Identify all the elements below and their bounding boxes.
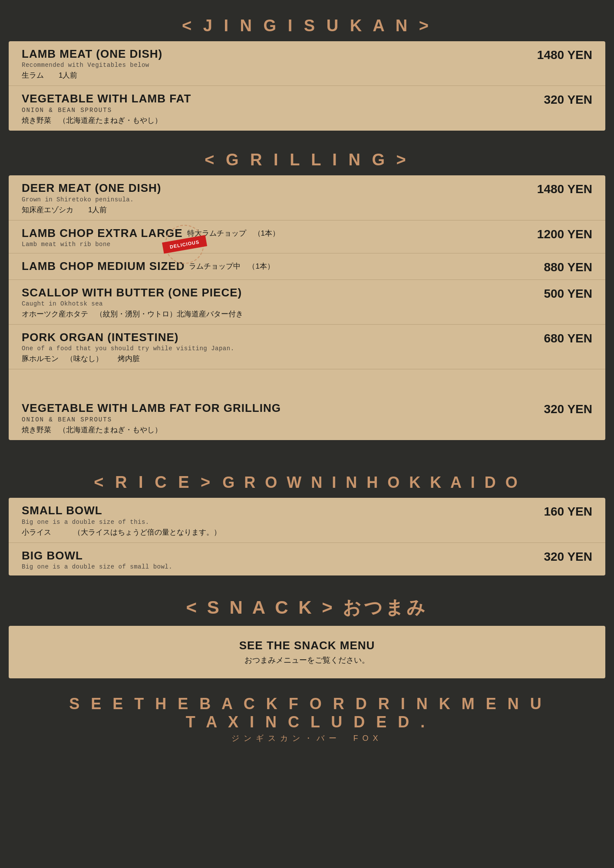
badge-label: DELICIOUS xyxy=(162,235,207,253)
item-price: 320 YEN xyxy=(535,549,592,564)
item-content: VEGETABLE WITH LAMB FAT FOR GRILLING ONI… xyxy=(22,401,535,435)
rice-card: SMALL BOWL Big one is a double size of t… xyxy=(9,498,605,575)
footer: S E E T H E B A C K F O R D R I N K M E … xyxy=(9,690,605,746)
item-subtitle: ONION & BEAN SPROUTS xyxy=(22,107,535,114)
item-name: PORK ORGAN (INTESTINE) xyxy=(22,331,535,344)
section-header-jingisukan: < J I N G I S U K A N > xyxy=(9,9,605,41)
item-content: SCALLOP WITH BUTTER (ONE PIECE) Caught i… xyxy=(22,286,535,319)
item-desc: Caught in Okhotsk sea xyxy=(22,300,535,307)
item-japanese: オホーツク産ホタテ （紋別・湧別・ウトロ）北海道産バター付き xyxy=(22,309,535,319)
item-desc: Big one is a double size of this. xyxy=(22,519,535,526)
rice-section-header: < R I C E > G R O W N I N H O K K A I D … xyxy=(9,465,605,498)
badge-circle: DELICIOUS xyxy=(165,225,204,264)
page-wrapper: < J I N G I S U K A N > LAMB MEAT (ONE D… xyxy=(9,9,605,746)
rice-header-left: < R I C E > xyxy=(94,473,214,492)
section-header-snack: < S N A C K > おつまみ xyxy=(9,588,605,626)
footer-line1: S E E T H E B A C K F O R D R I N K M E … xyxy=(9,695,605,713)
item-content: BIG BOWL Big one is a double size of sma… xyxy=(22,549,535,570)
item-content: LAMB CHOP MEDIUM SIZED ラムチョップ中 （1本） xyxy=(22,260,535,273)
item-price: 880 YEN xyxy=(535,260,592,274)
list-item: LAMB MEAT (ONE DISH) Recommended with Ve… xyxy=(9,41,605,86)
item-name: SMALL BOWL xyxy=(22,504,535,517)
item-japanese: 生ラム 1人前 xyxy=(22,70,528,80)
item-name: BIG BOWL xyxy=(22,549,535,562)
item-name: DEER MEAT (ONE DISH) xyxy=(22,181,528,195)
rice-header-right: G R O W N I N H O K K A I D O xyxy=(222,473,520,492)
list-item: DEER MEAT (ONE DISH) Grown in Shiretoko … xyxy=(9,175,605,220)
item-content: PORK ORGAN (INTESTINE) One of a food tha… xyxy=(22,331,535,364)
list-item: LAMB CHOP MEDIUM SIZED ラムチョップ中 （1本） 880 … xyxy=(9,253,605,280)
item-japanese: 知床産エゾシカ 1人前 xyxy=(22,205,528,215)
item-name: LAMB CHOP EXTRA LARGE xyxy=(22,227,183,240)
item-price: 500 YEN xyxy=(535,286,592,301)
item-name: LAMB MEAT (ONE DISH) xyxy=(22,47,528,61)
item-desc: Grown in Shiretoko peninsula. xyxy=(22,196,528,203)
item-japanese: 焼き野菜 （北海道産たまねぎ・もやし） xyxy=(22,115,535,125)
spacer xyxy=(9,369,605,395)
item-content: VEGETABLE WITH LAMB FAT ONION & BEAN SPR… xyxy=(22,92,535,125)
jingisukan-card: LAMB MEAT (ONE DISH) Recommended with Ve… xyxy=(9,41,605,131)
item-price: 160 YEN xyxy=(535,504,592,519)
grilling-card: DEER MEAT (ONE DISH) Grown in Shiretoko … xyxy=(9,175,605,440)
list-item: BIG BOWL Big one is a double size of sma… xyxy=(9,543,605,575)
item-price: 1480 YEN xyxy=(528,181,592,196)
list-item: DELICIOUS LAMB CHOP EXTRA LARGE 特大ラムチョップ… xyxy=(9,220,605,253)
list-item: VEGETABLE WITH LAMB FAT ONION & BEAN SPR… xyxy=(9,86,605,131)
item-content: LAMB CHOP EXTRA LARGE 特大ラムチョップ （1本） Lamb… xyxy=(22,227,528,248)
delicious-badge: DELICIOUS xyxy=(165,225,208,268)
item-desc: Recommended with Vegitables below xyxy=(22,62,528,69)
item-name: SCALLOP WITH BUTTER (ONE PIECE) xyxy=(22,286,535,299)
footer-line2: T A X I N C L U D E D . xyxy=(9,713,605,731)
footer-line3: ジンギスカン・バー FOX xyxy=(9,733,605,743)
item-subtitle: ONION & BEAN SPROUTS xyxy=(22,416,535,423)
item-name: LAMB CHOP MEDIUM SIZED xyxy=(22,260,185,273)
list-item: PORK ORGAN (INTESTINE) One of a food tha… xyxy=(9,325,605,369)
item-name: VEGETABLE WITH LAMB FAT xyxy=(22,92,535,105)
item-japanese: 焼き野菜 （北海道産たまねぎ・もやし） xyxy=(22,425,535,435)
item-content: LAMB MEAT (ONE DISH) Recommended with Ve… xyxy=(22,47,528,80)
item-price: 680 YEN xyxy=(535,331,592,345)
item-content: SMALL BOWL Big one is a double size of t… xyxy=(22,504,535,537)
item-price: 320 YEN xyxy=(535,401,592,416)
snack-card: SEE THE SNACK MENU おつまみメニューをご覧ください。 xyxy=(9,626,605,678)
spacer xyxy=(9,452,605,465)
item-content: DEER MEAT (ONE DISH) Grown in Shiretoko … xyxy=(22,181,528,214)
item-price: 1480 YEN xyxy=(528,47,592,62)
list-item: SCALLOP WITH BUTTER (ONE PIECE) Caught i… xyxy=(9,280,605,325)
list-item: SMALL BOWL Big one is a double size of t… xyxy=(9,498,605,542)
item-japanese: 小ライス （大ライスはちょうど倍の量となります。） xyxy=(22,527,535,537)
item-name: VEGETABLE WITH LAMB FAT FOR GRILLING xyxy=(22,401,535,415)
snack-title: SEE THE SNACK MENU xyxy=(22,639,592,652)
section-header-grilling: < G R I L L I N G > xyxy=(9,143,605,175)
item-desc: Lamb meat with rib bone xyxy=(22,241,528,248)
item-price: 1200 YEN xyxy=(528,227,592,241)
item-price: 320 YEN xyxy=(535,92,592,107)
list-item: VEGETABLE WITH LAMB FAT FOR GRILLING ONI… xyxy=(9,395,605,440)
item-desc: One of a food that you should try while … xyxy=(22,345,535,352)
item-japanese: 豚ホルモン （味なし） 烤内脏 xyxy=(22,354,535,364)
snack-japanese: おつまみメニューをご覧ください。 xyxy=(22,655,592,665)
item-desc: Big one is a double size of small bowl. xyxy=(22,563,535,570)
